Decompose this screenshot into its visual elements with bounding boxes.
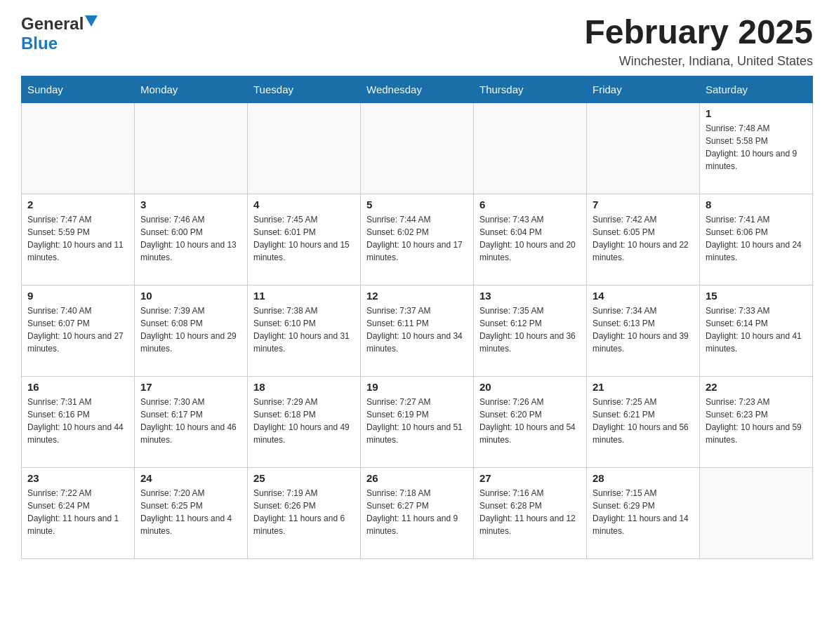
calendar-cell: 26Sunrise: 7:18 AM Sunset: 6:27 PM Dayli… — [361, 467, 474, 558]
day-info: Sunrise: 7:15 AM Sunset: 6:29 PM Dayligh… — [593, 487, 694, 537]
day-info: Sunrise: 7:44 AM Sunset: 6:02 PM Dayligh… — [366, 213, 468, 264]
day-number: 27 — [479, 472, 581, 484]
calendar-cell: 21Sunrise: 7:25 AM Sunset: 6:21 PM Dayli… — [587, 376, 700, 467]
col-header-wednesday: Wednesday — [361, 76, 474, 102]
col-header-thursday: Thursday — [474, 76, 587, 102]
day-info: Sunrise: 7:27 AM Sunset: 6:19 PM Dayligh… — [366, 396, 468, 446]
calendar-cell: 19Sunrise: 7:27 AM Sunset: 6:19 PM Dayli… — [361, 376, 474, 467]
calendar-cell: 7Sunrise: 7:42 AM Sunset: 6:05 PM Daylig… — [587, 194, 700, 285]
day-info: Sunrise: 7:43 AM Sunset: 6:04 PM Dayligh… — [479, 213, 581, 264]
logo-blue-text: Blue — [21, 34, 58, 53]
logo: General Blue — [21, 14, 98, 53]
calendar-cell — [248, 102, 361, 194]
calendar-cell: 15Sunrise: 7:33 AM Sunset: 6:14 PM Dayli… — [700, 285, 813, 376]
day-info: Sunrise: 7:16 AM Sunset: 6:28 PM Dayligh… — [479, 487, 581, 537]
day-info: Sunrise: 7:34 AM Sunset: 6:13 PM Dayligh… — [593, 304, 694, 355]
calendar-cell — [361, 102, 474, 194]
day-number: 2 — [27, 199, 128, 210]
calendar-cell — [587, 102, 700, 194]
day-number: 6 — [479, 199, 581, 210]
month-title: February 2025 — [584, 14, 813, 51]
day-number: 7 — [593, 199, 694, 210]
calendar-cell: 28Sunrise: 7:15 AM Sunset: 6:29 PM Dayli… — [587, 467, 700, 558]
day-number: 5 — [366, 199, 468, 210]
calendar-cell: 20Sunrise: 7:26 AM Sunset: 6:20 PM Dayli… — [474, 376, 587, 467]
calendar-cell: 2Sunrise: 7:47 AM Sunset: 5:59 PM Daylig… — [22, 194, 135, 285]
col-header-saturday: Saturday — [700, 76, 813, 102]
calendar-cell: 1Sunrise: 7:48 AM Sunset: 5:58 PM Daylig… — [700, 102, 813, 194]
calendar-cell — [22, 102, 135, 194]
day-number: 26 — [366, 472, 468, 484]
calendar-cell: 14Sunrise: 7:34 AM Sunset: 6:13 PM Dayli… — [587, 285, 700, 376]
day-number: 20 — [479, 381, 581, 393]
day-info: Sunrise: 7:45 AM Sunset: 6:01 PM Dayligh… — [253, 213, 355, 264]
calendar-cell: 6Sunrise: 7:43 AM Sunset: 6:04 PM Daylig… — [474, 194, 587, 285]
day-number: 25 — [253, 472, 355, 484]
day-number: 21 — [593, 381, 694, 393]
calendar-header-row: SundayMondayTuesdayWednesdayThursdayFrid… — [22, 76, 813, 102]
day-info: Sunrise: 7:25 AM Sunset: 6:21 PM Dayligh… — [593, 396, 694, 446]
day-info: Sunrise: 7:30 AM Sunset: 6:17 PM Dayligh… — [140, 396, 241, 446]
day-number: 8 — [706, 199, 807, 210]
day-info: Sunrise: 7:40 AM Sunset: 6:07 PM Dayligh… — [27, 304, 128, 355]
day-number: 24 — [140, 472, 241, 484]
col-header-friday: Friday — [587, 76, 700, 102]
calendar-cell: 12Sunrise: 7:37 AM Sunset: 6:11 PM Dayli… — [361, 285, 474, 376]
calendar-cell: 13Sunrise: 7:35 AM Sunset: 6:12 PM Dayli… — [474, 285, 587, 376]
day-number: 14 — [593, 290, 694, 302]
calendar-cell: 17Sunrise: 7:30 AM Sunset: 6:17 PM Dayli… — [135, 376, 248, 467]
day-info: Sunrise: 7:26 AM Sunset: 6:20 PM Dayligh… — [479, 396, 581, 446]
calendar-cell: 3Sunrise: 7:46 AM Sunset: 6:00 PM Daylig… — [135, 194, 248, 285]
title-area: February 2025 Winchester, Indiana, Unite… — [584, 14, 813, 69]
day-number: 12 — [366, 290, 468, 302]
day-number: 16 — [27, 381, 128, 393]
calendar-cell: 24Sunrise: 7:20 AM Sunset: 6:25 PM Dayli… — [135, 467, 248, 558]
day-info: Sunrise: 7:37 AM Sunset: 6:11 PM Dayligh… — [366, 304, 468, 355]
calendar-cell: 25Sunrise: 7:19 AM Sunset: 6:26 PM Dayli… — [248, 467, 361, 558]
calendar-cell: 9Sunrise: 7:40 AM Sunset: 6:07 PM Daylig… — [22, 285, 135, 376]
col-header-sunday: Sunday — [22, 76, 135, 102]
calendar-cell — [135, 102, 248, 194]
day-info: Sunrise: 7:47 AM Sunset: 5:59 PM Dayligh… — [27, 213, 128, 264]
calendar-cell — [474, 102, 587, 194]
calendar-cell: 27Sunrise: 7:16 AM Sunset: 6:28 PM Dayli… — [474, 467, 587, 558]
svg-marker-0 — [85, 15, 98, 27]
calendar-week-row: 16Sunrise: 7:31 AM Sunset: 6:16 PM Dayli… — [22, 376, 813, 467]
day-info: Sunrise: 7:20 AM Sunset: 6:25 PM Dayligh… — [140, 487, 241, 537]
logo-general-text: General — [21, 14, 84, 34]
day-number: 23 — [27, 472, 128, 484]
day-info: Sunrise: 7:31 AM Sunset: 6:16 PM Dayligh… — [27, 396, 128, 446]
calendar-table: SundayMondayTuesdayWednesdayThursdayFrid… — [21, 76, 813, 559]
day-number: 9 — [27, 290, 128, 302]
calendar-cell: 16Sunrise: 7:31 AM Sunset: 6:16 PM Dayli… — [22, 376, 135, 467]
day-number: 19 — [366, 381, 468, 393]
calendar-cell: 5Sunrise: 7:44 AM Sunset: 6:02 PM Daylig… — [361, 194, 474, 285]
calendar-week-row: 1Sunrise: 7:48 AM Sunset: 5:58 PM Daylig… — [22, 102, 813, 194]
day-info: Sunrise: 7:18 AM Sunset: 6:27 PM Dayligh… — [366, 487, 468, 537]
col-header-monday: Monday — [135, 76, 248, 102]
day-info: Sunrise: 7:42 AM Sunset: 6:05 PM Dayligh… — [593, 213, 694, 264]
day-info: Sunrise: 7:41 AM Sunset: 6:06 PM Dayligh… — [706, 213, 807, 264]
location-text: Winchester, Indiana, United States — [584, 54, 813, 69]
day-info: Sunrise: 7:33 AM Sunset: 6:14 PM Dayligh… — [706, 304, 807, 355]
calendar-week-row: 9Sunrise: 7:40 AM Sunset: 6:07 PM Daylig… — [22, 285, 813, 376]
day-number: 17 — [140, 381, 241, 393]
day-number: 15 — [706, 290, 807, 302]
day-info: Sunrise: 7:19 AM Sunset: 6:26 PM Dayligh… — [253, 487, 355, 537]
day-info: Sunrise: 7:22 AM Sunset: 6:24 PM Dayligh… — [27, 487, 128, 537]
calendar-cell — [700, 467, 813, 558]
col-header-tuesday: Tuesday — [248, 76, 361, 102]
day-info: Sunrise: 7:29 AM Sunset: 6:18 PM Dayligh… — [253, 396, 355, 446]
day-number: 11 — [253, 290, 355, 302]
calendar-cell: 22Sunrise: 7:23 AM Sunset: 6:23 PM Dayli… — [700, 376, 813, 467]
day-number: 28 — [593, 472, 694, 484]
day-info: Sunrise: 7:35 AM Sunset: 6:12 PM Dayligh… — [479, 304, 581, 355]
day-number: 18 — [253, 381, 355, 393]
calendar-cell: 11Sunrise: 7:38 AM Sunset: 6:10 PM Dayli… — [248, 285, 361, 376]
day-number: 13 — [479, 290, 581, 302]
day-number: 10 — [140, 290, 241, 302]
day-info: Sunrise: 7:46 AM Sunset: 6:00 PM Dayligh… — [140, 213, 241, 264]
calendar-week-row: 23Sunrise: 7:22 AM Sunset: 6:24 PM Dayli… — [22, 467, 813, 558]
day-info: Sunrise: 7:38 AM Sunset: 6:10 PM Dayligh… — [253, 304, 355, 355]
day-number: 4 — [253, 199, 355, 210]
